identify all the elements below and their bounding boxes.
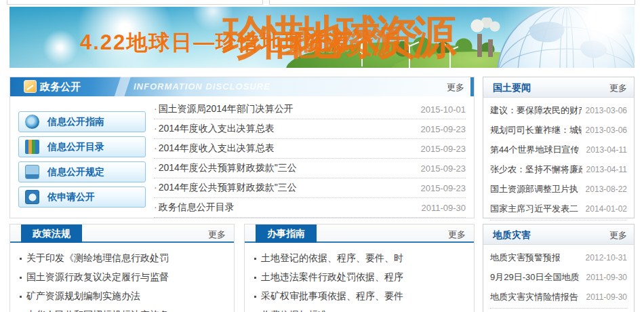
news-row[interactable]: 2014年度公共预算财政拨款"三公 2015-09-23 (154, 178, 466, 198)
news-date: 2015-10-01 (421, 104, 466, 115)
news-row[interactable]: 国土资源局2014年部门决算公开 2015-10-01 (154, 100, 466, 119)
cutoff-box-left (7, 0, 263, 5)
disclosure-button-icon (25, 190, 39, 204)
news-date: 2011-09-30 (586, 273, 628, 282)
service-guide-list: 土地登记的依据、程序、要件、时 土地违法案件行政处罚依据、程序 采矿权审批事项依… (245, 243, 474, 312)
news-title[interactable]: 2014年度收入支出决算总表 (154, 123, 275, 135)
policies-panel: 政策法规 更多 关于印发《测绘地理信息行政处罚 国土资源行政复议决定履行与监督 … (9, 224, 235, 312)
policies-header: 政策法规 更多 (10, 225, 234, 243)
list-item[interactable]: 矿产资源规划编制实施办法 (20, 286, 226, 305)
news-date: 2013-04-11 (586, 165, 628, 174)
service-guide-panel: 办事指南 更多 土地登记的依据、程序、要件、时 土地违法案件行政处罚依据、程序 … (244, 224, 475, 312)
news-date: 2013-03-06 (586, 125, 627, 135)
news-title[interactable]: 地质灾害灾情险情报告 (490, 291, 578, 303)
list-item[interactable]: 中华人民共和国招标投标法实施条 (20, 305, 226, 312)
news-title[interactable]: 2014年度公共预算财政拨款"三公 (154, 162, 297, 174)
news-row[interactable]: 政务信息公开目录 2011-09-30 (154, 198, 466, 218)
disclosure-button-icon (25, 140, 39, 154)
list-item[interactable]: 土地登记的依据、程序、要件、时 (254, 248, 466, 267)
news-date: 2013-04-11 (586, 145, 628, 155)
list-item[interactable]: 收费依据与标准 (254, 305, 466, 312)
policies-more-link[interactable]: 更多 (208, 229, 226, 241)
news-row[interactable]: 地质灾害预警预报 2012-10-31 (490, 248, 627, 267)
news-title[interactable]: 规划司司长董祚继：城镇 (490, 124, 582, 136)
news-date: 2015-09-23 (421, 163, 466, 174)
disclosure-button[interactable]: 信息公开规定 (18, 161, 146, 182)
disclosure-button[interactable]: 信息公开目录 (18, 136, 146, 157)
news-date: 2015-09-23 (421, 183, 466, 193)
news-row[interactable]: 国土资源部调整卫片执 2013-08-22 (490, 179, 627, 199)
news-row[interactable]: 9月29日-30日全国地质 2011-09-30 (490, 267, 627, 287)
policies-tab[interactable]: 政策法规 (21, 225, 82, 243)
news-date: 2015-09-23 (421, 144, 466, 154)
geo-hazard-list: 地质灾害预警预报 2012-10-31 9月29日-30日全国地质 2011-0… (483, 245, 634, 307)
news-date: 2013-03-06 (586, 106, 627, 115)
geo-hazard-panel: 地质灾害 更多 地质灾害预警预报 2012-10-31 9月29日-30日全国地… (483, 224, 635, 312)
disclosure-button-label: 信息公开规定 (47, 166, 104, 178)
news-date: 2015-09-23 (421, 124, 466, 134)
news-row[interactable]: 2014年度公共预算财政拨款"三公 2015-09-23 (154, 159, 466, 178)
news-title[interactable]: 建议：要保障农民的财产 (490, 104, 582, 117)
service-guide-more-link[interactable]: 更多 (448, 229, 466, 241)
land-news-title[interactable]: 国土要闻 (493, 82, 531, 94)
news-row[interactable]: 第44个世界地球日宣传 2013-04-11 (490, 140, 627, 159)
list-item[interactable]: 关于印发《测绘地理信息行政处罚 (20, 248, 226, 267)
news-title[interactable]: 政务信息公开目录 (154, 201, 235, 214)
news-row[interactable]: 2014年度收入支出决算总表 2015-09-23 (154, 139, 466, 159)
disclosure-button-list: 信息公开指南 信息公开目录 信息公开规定 依申请公开 (18, 111, 146, 212)
disclosure-button-label: 信息公开指南 (47, 116, 104, 128)
gov-disclosure-more-link[interactable]: 更多 (447, 81, 464, 94)
news-title[interactable]: 2014年度公共预算财政拨款"三公 (154, 182, 297, 194)
news-title[interactable]: 国土资源局2014年部门决算公开 (154, 103, 294, 115)
news-title[interactable]: 张少农：坚持不懈将廉政 (490, 163, 582, 176)
news-title[interactable]: 第44个世界地球日宣传 (490, 144, 579, 156)
news-title[interactable]: 地质灾害预警预报 (490, 252, 561, 264)
gov-disclosure-subtitle: INFORMATION DISCLOSURE (134, 81, 270, 92)
geo-hazard-more-link[interactable]: 更多 (609, 229, 627, 241)
disclosure-news-list: 国土资源局2014年部门决算公开 2015-10-01 2014年度收入支出决算… (154, 100, 466, 218)
disclosure-button[interactable]: 信息公开指南 (18, 111, 146, 132)
news-row[interactable]: 张少农：坚持不懈将廉政 2013-04-11 (490, 159, 627, 179)
news-date: 2012-10-31 (586, 253, 627, 262)
header-swoosh (113, 74, 131, 102)
news-title[interactable]: 2014年度收入支出决算总表 (154, 142, 275, 155)
gov-disclosure-title: 政务公开 (40, 81, 81, 94)
dotted-divider (490, 220, 627, 220)
list-item[interactable]: 土地违法案件行政处罚依据、程序 (254, 267, 466, 286)
policies-list: 关于印发《测绘地理信息行政处罚 国土资源行政复议决定履行与监督 矿产资源规划编制… (10, 243, 234, 312)
disclosure-button-icon (25, 165, 39, 179)
news-date: 2011-09-30 (586, 292, 628, 302)
dotted-divider (490, 308, 627, 309)
notepad-pencil-icon (24, 80, 37, 93)
land-news-more-link[interactable]: 更多 (609, 82, 627, 94)
service-guide-tab[interactable]: 办事指南 (256, 225, 317, 243)
news-row[interactable]: 国家主席习近平发表二 2014-01-02 (490, 199, 627, 218)
news-date: 2011-09-30 (421, 203, 466, 213)
list-item[interactable]: 采矿权审批事项依据、程序、要件 (254, 286, 466, 305)
disclosure-button[interactable]: 依申请公开 (18, 187, 146, 208)
land-news-panel: 国土要闻 更多 建议：要保障农民的财产 2013-03-06 规划司司长董祚继：… (483, 77, 635, 218)
disclosure-button-label: 信息公开目录 (47, 141, 104, 153)
geo-hazard-title[interactable]: 地质灾害 (493, 229, 531, 241)
news-title[interactable]: 9月29日-30日全国地质 (490, 271, 579, 284)
land-news-list: 建议：要保障农民的财产 2013-03-06 规划司司长董祚继：城镇 2013-… (483, 98, 634, 218)
news-row[interactable]: 规划司司长董祚继：城镇 2013-03-06 (490, 120, 627, 140)
news-row[interactable]: 建议：要保障农民的财产 2013-03-06 (490, 100, 627, 120)
land-news-header: 国土要闻 更多 (483, 77, 634, 98)
earth-day-banner[interactable]: 4.22地球日—珍惜地球资源 珍惜地球资源 地球资源 (9, 7, 635, 68)
news-title[interactable]: 国家主席习近平发表二 (490, 203, 578, 215)
banner-headline-overlay-2: 地球资源 (285, 20, 401, 66)
news-date: 2014-01-02 (586, 204, 627, 214)
gov-disclosure-header: 政务公开 INFORMATION DISCLOSURE 更多 (10, 77, 474, 96)
geo-hazard-header: 地质灾害 更多 (483, 225, 634, 245)
disclosure-button-icon (25, 115, 39, 129)
list-item[interactable]: 国土资源行政复议决定履行与监督 (20, 267, 226, 286)
service-guide-header: 办事指南 更多 (245, 225, 474, 243)
news-row[interactable]: 地质灾害灾情险情报告 2011-09-30 (490, 287, 627, 307)
news-title[interactable]: 国土资源部调整卫片执 (490, 183, 578, 195)
cutoff-box-right (269, 0, 635, 5)
news-date: 2013-08-22 (586, 184, 627, 194)
news-row[interactable]: 2014年度收入支出决算总表 2015-09-23 (154, 119, 466, 139)
gov-disclosure-panel: 政务公开 INFORMATION DISCLOSURE 更多 信息公开指南 信息… (9, 77, 475, 218)
disclosure-button-label: 依申请公开 (47, 191, 95, 203)
